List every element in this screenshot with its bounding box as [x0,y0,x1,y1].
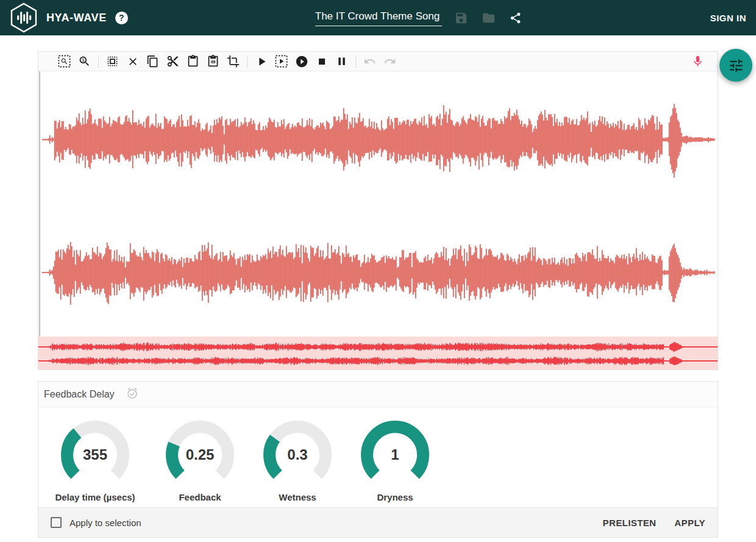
knob[interactable]: 1 Dryness [346,419,444,507]
close-icon [127,55,139,68]
app-logo-icon [10,2,38,33]
clear-selection-button[interactable] [123,52,143,71]
stop-icon [316,55,328,68]
svg-text:1: 1 [82,57,84,63]
toolbar-separator [98,55,99,68]
play-all-button[interactable] [291,52,312,71]
play-icon [255,55,268,68]
waveform-display[interactable] [38,71,718,337]
document-title-input[interactable] [315,9,442,26]
trim-button[interactable] [223,52,243,71]
paste-button[interactable] [183,52,203,71]
question-mark-icon: ? [119,13,124,23]
redo-button[interactable] [380,52,400,71]
save-button[interactable] [453,10,469,26]
open-folder-button[interactable] [480,10,497,26]
effects-fab-button[interactable] [719,49,752,82]
knob-value: 1 [360,419,430,490]
stop-button[interactable] [312,52,332,71]
knobs-row: 355 Delay time (µsecs) 0.25 Feedback 0 [38,407,718,507]
zoom-actual-button[interactable]: 1 [74,52,94,71]
knob-label: Feedback [179,492,221,502]
knob-value: 355 [60,419,130,490]
effect-title: Feedback Delay [44,389,115,400]
editor-panel: 1 [38,51,718,370]
zoom-actual-icon: 1 [78,55,91,68]
redo-icon [383,55,396,68]
checkbox-icon[interactable] [51,517,62,528]
play-selection-button[interactable] [271,52,291,71]
undo-icon [363,55,376,68]
microphone-icon [691,55,704,68]
tune-icon [728,57,744,74]
paste-insert-button[interactable] [203,52,223,71]
share-button[interactable] [508,10,523,26]
scissors-icon [166,55,179,68]
record-button[interactable] [688,52,708,71]
overview-canvas[interactable] [38,337,718,369]
app-name: HYA-WAVE [46,12,107,24]
knob-label: Wetness [279,492,316,502]
app-header: HYA-WAVE ? SIGN IN [0,0,756,35]
clipboard-waveform-icon [207,55,219,68]
effect-header: Feedback Delay [38,382,718,407]
knob-label: Dryness [377,492,413,502]
apply-button[interactable]: APPLY [674,518,705,528]
apply-to-selection-checkbox[interactable]: Apply to selection [51,517,141,528]
save-icon [454,11,468,25]
crop-icon [227,55,240,68]
sign-in-button[interactable]: SIGN IN [710,13,746,23]
effects-panel: Feedback Delay 355 Delay time (µsecs) [38,381,718,538]
play-button[interactable] [251,52,271,71]
knob[interactable]: 0.3 Wetness [249,419,346,507]
zoom-to-selection-icon [58,55,71,68]
select-all-button[interactable] [102,52,123,71]
waveform-canvas[interactable] [38,71,718,337]
help-button[interactable]: ? [115,12,128,24]
copy-button[interactable] [143,52,163,71]
pause-button[interactable] [332,52,352,71]
folder-icon [482,11,496,25]
knob-label: Delay time (µsecs) [55,492,135,502]
prelisten-button[interactable]: PRELISTEN [603,518,657,528]
toolbar-separator [355,55,356,68]
playhead-cursor [39,71,40,337]
play-circle-icon [295,55,308,68]
toolbar-separator [247,55,248,68]
undo-button[interactable] [360,52,380,71]
clipboard-icon [187,55,199,68]
alarm-icon[interactable] [126,387,139,402]
play-selection-icon [275,55,288,68]
knob-value: 0.3 [262,419,333,490]
knob-value: 0.25 [165,419,235,490]
select-all-icon [106,55,119,68]
editor-toolbar: 1 [38,52,718,71]
copy-icon [146,55,159,68]
knob[interactable]: 355 Delay time (µsecs) [46,419,144,507]
cut-button[interactable] [163,52,183,71]
knob[interactable]: 0.25 Feedback [151,419,249,507]
zoom-to-selection-button[interactable] [54,52,74,71]
overview-minimap[interactable] [38,337,718,369]
effects-footer: Apply to selection PRELISTEN APPLY [38,507,718,537]
share-icon [509,12,522,24]
apply-to-selection-label: Apply to selection [70,518,141,528]
pause-icon [335,55,348,68]
